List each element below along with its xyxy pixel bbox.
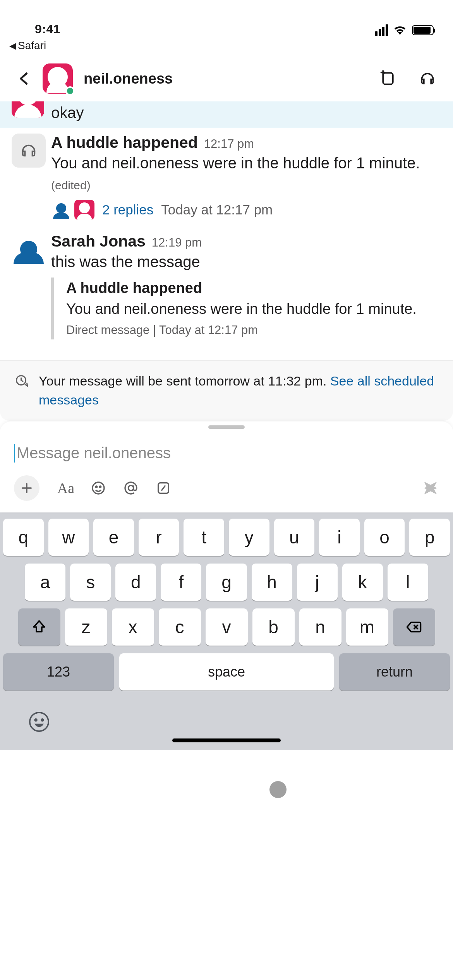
emoji-keyboard-button[interactable] [28,711,50,735]
battery-icon [412,25,434,35]
add-attachment-button[interactable] [14,475,39,501]
key-c[interactable]: c [159,608,201,646]
key-n[interactable]: n [299,608,341,646]
slash-command-button[interactable] [155,480,172,497]
key-a[interactable]: a [25,564,65,601]
svg-point-6 [30,713,48,731]
key-w[interactable]: w [48,519,89,556]
key-f[interactable]: f [161,564,201,601]
headphones-icon [12,134,46,168]
key-u[interactable]: u [274,519,315,556]
shift-key[interactable] [18,608,60,646]
svg-point-4 [128,485,133,490]
contact-avatar[interactable] [43,63,73,94]
message-list[interactable]: okay A huddle happened 12:17 pm You and … [0,101,453,349]
key-d[interactable]: d [115,564,156,601]
svg-point-2 [96,486,97,487]
huddle-event[interactable]: A huddle happened 12:17 pm You and neil.… [0,128,453,227]
banner-text: Your message will be sent tomorrow at 11… [39,372,438,410]
key-k[interactable]: k [342,564,383,601]
wifi-icon [393,24,407,36]
status-bar: 9:41 [0,0,453,39]
input-placeholder: Message neil.oneness [17,444,171,462]
status-time: 9:41 [19,22,60,36]
drag-handle[interactable] [208,425,245,429]
key-z[interactable]: z [65,608,107,646]
key-g[interactable]: g [206,564,247,601]
chevron-left-icon: ◀ [9,41,16,51]
back-to-app[interactable]: ◀ Safari [0,39,453,56]
presence-active-icon [65,86,75,96]
message-composer: Message neil.oneness Aa [0,421,453,512]
quoted-message[interactable]: A huddle happened You and neil.oneness w… [51,278,441,339]
conversation-title[interactable]: neil.oneness [84,70,173,87]
key-p[interactable]: p [409,519,450,556]
edited-label: (edited) [51,179,91,192]
key-r[interactable]: r [139,519,179,556]
status-icons [375,24,434,36]
key-v[interactable]: v [206,608,248,646]
text-cursor [14,444,15,463]
format-button[interactable]: Aa [57,480,74,497]
key-h[interactable]: h [252,564,292,601]
key-t[interactable]: t [184,519,224,556]
key-x[interactable]: x [112,608,154,646]
key-b[interactable]: b [252,608,295,646]
emoji-button[interactable] [90,480,107,497]
huddle-button[interactable] [416,67,439,90]
back-app-label: Safari [18,39,46,52]
message-input[interactable]: Message neil.oneness [0,440,453,467]
quote-title: A huddle happened [66,280,441,296]
conversation-header: neil.oneness [0,56,453,101]
quote-meta: Direct message | Today at 12:17 pm [66,323,441,337]
key-s[interactable]: s [70,564,111,601]
avatar [12,101,44,118]
reply-avatar [74,200,94,220]
message-item[interactable]: Sarah Jonas 12:19 pm this was the messag… [0,227,453,349]
mention-button[interactable] [122,480,139,497]
canvas-button[interactable] [376,67,400,90]
replies-timestamp: Today at 12:17 pm [161,202,273,218]
svg-point-1 [93,482,104,494]
key-i[interactable]: i [319,519,360,556]
reply-avatar [51,200,71,220]
touch-indicator-icon [269,781,287,798]
svg-point-7 [35,719,37,721]
sender-name: Sarah Jonas [51,232,146,250]
message-item[interactable]: okay [0,101,453,128]
key-e[interactable]: e [93,519,134,556]
message-text: okay [51,102,441,123]
event-timestamp: 12:17 pm [204,137,254,151]
event-title: A huddle happened [51,134,198,152]
message-text: this was the message [51,251,441,272]
key-l[interactable]: l [388,564,428,601]
home-indicator[interactable] [172,738,281,742]
quote-body: You and neil.oneness were in the huddle … [66,299,441,319]
svg-point-3 [100,486,101,487]
scheduled-banner: Your message will be sent tomorrow at 11… [0,360,453,421]
backspace-key[interactable] [393,608,435,646]
replies-link[interactable]: 2 replies [102,202,153,218]
message-timestamp: 12:19 pm [152,236,202,250]
numbers-key[interactable]: 123 [3,653,114,690]
key-y[interactable]: y [229,519,269,556]
svg-point-8 [41,719,43,721]
cellular-icon [375,24,388,36]
thread-summary[interactable]: 2 replies Today at 12:17 pm [51,200,441,220]
key-o[interactable]: o [364,519,405,556]
avatar [12,232,46,266]
key-j[interactable]: j [297,564,338,601]
key-m[interactable]: m [346,608,388,646]
keyboard: qwertyuiop asdfghjkl zxcvbnm 123 space r… [0,512,453,750]
back-button[interactable] [14,69,34,89]
space-key[interactable]: space [119,653,334,690]
scheduled-icon [15,372,29,389]
key-q[interactable]: q [3,519,44,556]
send-button[interactable] [422,480,439,497]
return-key[interactable]: return [339,653,450,690]
event-body: You and neil.oneness were in the huddle … [51,152,441,194]
